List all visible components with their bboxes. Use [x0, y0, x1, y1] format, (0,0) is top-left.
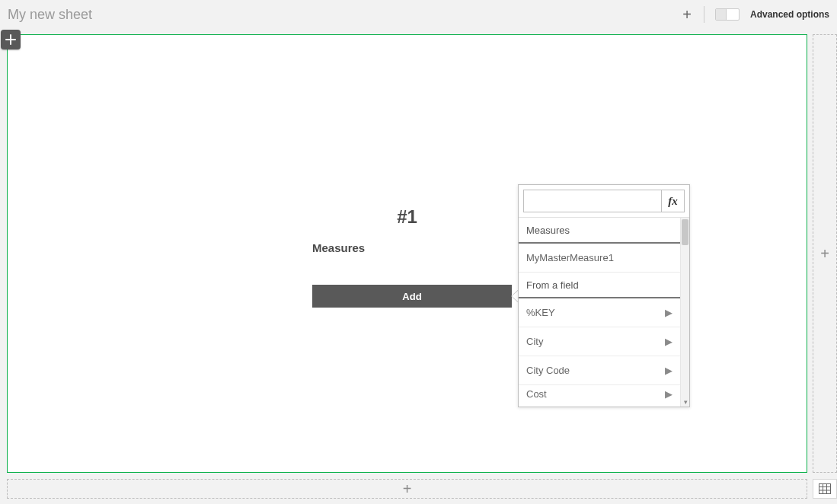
- group-header-from-field: From a field: [519, 273, 680, 298]
- popover-scrollbar[interactable]: ▾: [680, 218, 689, 407]
- popover-search-input[interactable]: [524, 190, 661, 212]
- sheet-body: #1 Measures Add fx Measures MyMasterMeas…: [0, 29, 837, 504]
- add-column-rail[interactable]: +: [813, 34, 837, 473]
- advanced-options-label: Advanced options: [750, 9, 829, 20]
- measure-picker-popover: fx Measures MyMasterMeasure1 From a fiel…: [518, 184, 690, 407]
- table-icon: [819, 483, 831, 494]
- list-item[interactable]: City ▶: [519, 327, 680, 356]
- plus-icon: +: [820, 246, 829, 261]
- sheet-canvas[interactable]: #1 Measures Add fx Measures MyMasterMeas…: [7, 34, 807, 473]
- chevron-right-icon: ▶: [665, 307, 672, 318]
- header-actions: + Advanced options: [681, 6, 829, 23]
- list-item[interactable]: MyMasterMeasure1: [519, 244, 680, 273]
- list-item[interactable]: Cost ▶: [519, 385, 680, 404]
- popover-list: Measures MyMasterMeasure1 From a field %…: [519, 217, 689, 407]
- add-sheet-button[interactable]: +: [681, 7, 693, 22]
- list-item-label: Cost: [526, 388, 547, 400]
- list-item-label: %KEY: [526, 307, 555, 318]
- table-view-button[interactable]: [813, 479, 837, 499]
- canvas-center: #1 Measures Add fx Measures MyMasterMeas…: [8, 35, 807, 472]
- scrollbar-thumb[interactable]: [682, 219, 688, 245]
- advanced-options-toggle[interactable]: [715, 8, 740, 21]
- sheet-header: My new sheet + Advanced options: [0, 0, 837, 29]
- sheet-title[interactable]: My new sheet: [8, 7, 681, 23]
- popover-search-row: fx: [519, 185, 689, 217]
- list-item-label: MyMasterMeasure1: [526, 252, 614, 263]
- svg-rect-0: [819, 484, 831, 494]
- header-divider: [704, 6, 704, 23]
- list-item-label: City Code: [526, 365, 570, 376]
- plus-icon: +: [403, 481, 412, 496]
- list-item[interactable]: %KEY ▶: [519, 298, 680, 327]
- list-item[interactable]: City Code ▶: [519, 356, 680, 385]
- group-header-measures: Measures: [519, 218, 680, 244]
- add-row-rail[interactable]: +: [7, 479, 807, 499]
- chevron-right-icon: ▶: [665, 336, 672, 347]
- expression-editor-button[interactable]: fx: [661, 190, 684, 212]
- chevron-right-icon: ▶: [665, 388, 672, 400]
- list-item-label: City: [526, 336, 543, 347]
- toggle-knob: [716, 9, 727, 20]
- chevron-right-icon: ▶: [665, 365, 672, 376]
- add-measure-button[interactable]: Add: [312, 285, 512, 308]
- section-title-measures: Measures: [312, 241, 365, 254]
- scrollbar-down-arrow-icon[interactable]: ▾: [681, 397, 689, 407]
